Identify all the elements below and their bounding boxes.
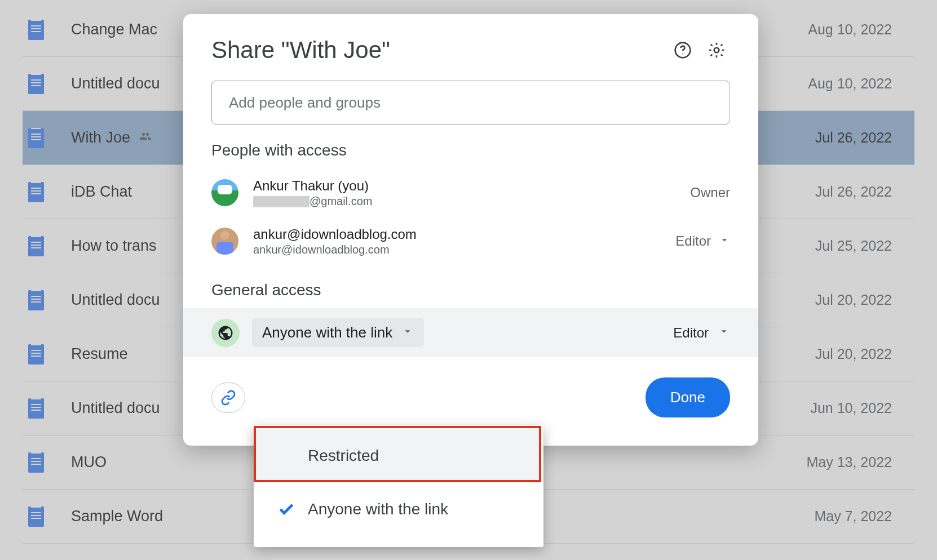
docs-icon bbox=[28, 344, 44, 365]
chevron-down-icon bbox=[718, 325, 730, 341]
docs-icon bbox=[28, 74, 44, 94]
copy-link-button[interactable] bbox=[211, 383, 245, 413]
general-access-role-dropdown[interactable]: Editor bbox=[673, 325, 730, 341]
docs-icon bbox=[28, 182, 44, 202]
general-access-header: General access bbox=[183, 265, 758, 308]
person-row-editor: ankur@idownloadblog.com ankur@idownloadb… bbox=[183, 217, 758, 265]
done-button[interactable]: Done bbox=[646, 377, 730, 417]
file-date: May 7, 2022 bbox=[814, 508, 892, 525]
dialog-title: Share "With Joe" bbox=[211, 37, 662, 64]
person-email: ankur@idownloadblog.com bbox=[253, 243, 675, 256]
docs-icon bbox=[28, 20, 44, 40]
general-access-dropdown[interactable]: Anyone with the link bbox=[252, 318, 424, 347]
file-date: Jul 25, 2022 bbox=[815, 238, 892, 254]
person-row-owner: Ankur Thakur (you) @gmail.com Owner bbox=[183, 168, 758, 217]
add-people-field[interactable] bbox=[229, 94, 713, 112]
file-date: Aug 10, 2022 bbox=[808, 21, 892, 38]
docs-icon bbox=[28, 290, 44, 310]
globe-icon bbox=[211, 319, 240, 347]
docs-icon bbox=[28, 506, 44, 527]
chevron-down-icon bbox=[401, 324, 414, 341]
docs-icon bbox=[28, 398, 44, 419]
share-dialog: Share "With Joe" People with access Anku… bbox=[183, 14, 758, 446]
menu-item-anyone-with-link[interactable]: Anyone with the link bbox=[254, 482, 543, 536]
person-role-owner: Owner bbox=[690, 185, 730, 201]
person-email: @gmail.com bbox=[253, 195, 690, 208]
file-date: Jun 10, 2022 bbox=[810, 400, 892, 416]
chevron-down-icon bbox=[719, 233, 730, 249]
file-date: Jul 20, 2022 bbox=[815, 346, 892, 362]
menu-item-restricted[interactable]: Restricted bbox=[254, 429, 543, 482]
docs-icon bbox=[28, 452, 44, 473]
general-access-menu: Restricted Anyone with the link bbox=[254, 425, 543, 547]
person-name: Ankur Thakur (you) bbox=[253, 178, 690, 194]
file-date: Jul 26, 2022 bbox=[815, 130, 892, 146]
docs-icon bbox=[28, 128, 44, 148]
file-date: Jul 26, 2022 bbox=[815, 184, 892, 200]
svg-point-2 bbox=[714, 48, 719, 53]
person-role-dropdown[interactable]: Editor bbox=[675, 233, 730, 249]
add-people-input[interactable] bbox=[211, 81, 730, 125]
file-date: May 13, 2022 bbox=[807, 454, 892, 470]
svg-point-1 bbox=[682, 54, 683, 55]
avatar bbox=[211, 228, 238, 255]
docs-icon bbox=[28, 236, 44, 256]
check-icon bbox=[274, 500, 299, 518]
file-date: Jul 20, 2022 bbox=[815, 292, 892, 308]
file-date: Aug 10, 2022 bbox=[808, 75, 892, 92]
avatar bbox=[211, 179, 238, 206]
gear-icon[interactable] bbox=[703, 37, 730, 64]
help-icon[interactable] bbox=[669, 37, 696, 64]
shared-icon bbox=[137, 129, 154, 146]
person-name: ankur@idownloadblog.com bbox=[253, 226, 675, 242]
people-with-access-header: People with access bbox=[183, 141, 758, 168]
general-access-row: Anyone with the link Editor bbox=[183, 308, 758, 357]
